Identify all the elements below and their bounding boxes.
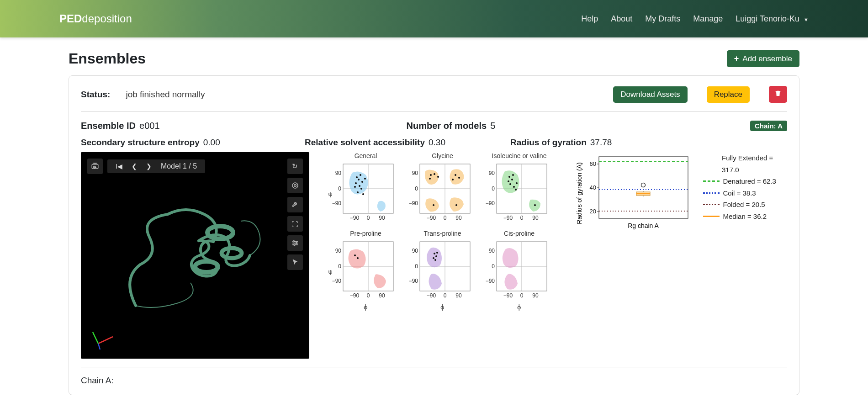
viewer-animate-button[interactable] <box>87 159 103 174</box>
svg-point-59 <box>508 180 509 182</box>
svg-point-20 <box>360 188 362 190</box>
svg-point-86 <box>436 252 438 254</box>
svg-point-3 <box>294 185 296 187</box>
svg-point-24 <box>354 186 356 188</box>
svg-point-37 <box>434 173 435 175</box>
status-value: job finished normally <box>126 90 205 100</box>
svg-point-2 <box>292 183 298 188</box>
svg-point-19 <box>359 185 360 187</box>
svg-point-61 <box>516 182 518 184</box>
nav-user-menu[interactable]: Luiggi Tenorio-Ku ▼ <box>736 14 809 24</box>
svg-text:0: 0 <box>415 263 418 270</box>
ramachandran-grid: General ψ 90 0 −90 −90 0 90 <box>329 152 556 311</box>
metrics-row: Secondary structure entropy 0.00 Relativ… <box>81 138 787 148</box>
phi-axis-label: ϕ <box>406 304 479 311</box>
rg-metric: Radius of gyration 37.78 <box>510 138 612 148</box>
svg-text:90: 90 <box>488 170 495 176</box>
rama-plot-isoleucine-or-valine: Isoleucine or valine 90 0 −90 −90 0 90 <box>483 152 556 227</box>
svg-point-55 <box>511 179 513 180</box>
svg-point-58 <box>515 189 517 191</box>
structure-viewer[interactable]: I◀ ❮ ❯ Model 1 / 5 ↻ ⛶ <box>81 152 309 359</box>
snapshot-icon[interactable] <box>287 178 303 193</box>
svg-text:−90: −90 <box>349 215 359 221</box>
svg-point-21 <box>357 191 359 193</box>
page-title: Ensembles <box>69 50 146 67</box>
svg-text:0: 0 <box>366 292 370 298</box>
svg-text:90: 90 <box>379 292 385 298</box>
delete-button[interactable] <box>769 86 787 103</box>
brand-logo[interactable]: PEDdeposition <box>59 12 132 25</box>
svg-point-87 <box>434 259 436 261</box>
add-ensemble-button[interactable]: + Add ensemble <box>727 50 799 67</box>
divider <box>81 367 787 367</box>
meta-row: Ensemble ID e001 Number of models 5 Chai… <box>81 121 787 131</box>
svg-point-84 <box>435 255 437 257</box>
svg-text:90: 90 <box>412 170 418 176</box>
first-model-icon[interactable]: I◀ <box>116 163 122 170</box>
svg-text:90: 90 <box>455 292 462 298</box>
settings-wrench-icon[interactable] <box>287 197 303 212</box>
psi-axis-label: ψ <box>328 191 333 197</box>
fullscreen-icon[interactable]: ⛶ <box>287 216 303 232</box>
leg-denatured: Denatured = 62.3 <box>723 175 776 187</box>
svg-point-83 <box>434 253 435 254</box>
status-label: Status: <box>81 90 110 100</box>
controls-icon[interactable] <box>287 235 303 251</box>
rg-section: Radius of gyration (Å) 60 40 20 <box>576 152 787 236</box>
svg-point-85 <box>433 257 434 259</box>
svg-point-18 <box>355 182 357 184</box>
svg-text:0: 0 <box>338 263 341 270</box>
trash-icon <box>774 90 782 99</box>
viewer-model-bar: I◀ ❮ ❯ Model 1 / 5 <box>107 159 205 173</box>
rama-title: Trans-proline <box>406 230 479 237</box>
svg-point-41 <box>452 179 454 180</box>
rama-plot-pre-proline: Pre-proline ψ 90 0 −90 −90 0 90 <box>329 230 402 311</box>
svg-point-5 <box>296 243 297 244</box>
download-assets-button[interactable]: Download Assets <box>613 86 687 103</box>
prev-model-icon[interactable]: ❮ <box>132 163 137 170</box>
svg-text:−90: −90 <box>426 292 436 298</box>
rsa-value: 0.30 <box>429 138 445 148</box>
line-median-icon <box>703 216 720 217</box>
entropy-label: Secondary structure entropy <box>81 138 200 148</box>
plus-icon: + <box>734 54 739 64</box>
cursor-icon[interactable] <box>287 254 303 270</box>
svg-point-38 <box>437 176 439 178</box>
chain-chip[interactable]: Chain: A <box>750 121 787 131</box>
svg-line-11 <box>93 332 98 344</box>
svg-point-57 <box>513 186 515 188</box>
svg-text:−90: −90 <box>503 215 513 221</box>
rg-ylabel: Radius of gyration (Å) <box>576 162 583 224</box>
leg-folded: Folded = 20.5 <box>723 199 765 211</box>
nav-about[interactable]: About <box>611 14 632 24</box>
replace-button[interactable]: Replace <box>707 86 750 103</box>
svg-text:0: 0 <box>492 263 495 270</box>
rg-ytick-40: 40 <box>589 184 596 191</box>
ensemble-id: Ensemble ID e001 <box>81 121 160 131</box>
ensemble-id-value: e001 <box>139 121 160 131</box>
svg-point-7 <box>207 226 233 239</box>
svg-point-8 <box>195 261 218 272</box>
svg-text:−90: −90 <box>332 278 341 284</box>
next-model-icon[interactable]: ❯ <box>146 163 152 170</box>
nav-my-drafts[interactable]: My Drafts <box>645 14 680 24</box>
nav-user-name: Luiggi Tenorio-Ku <box>736 14 799 23</box>
rama-plot-glycine: Glycine 90 0 −90 −90 0 90 <box>406 152 479 227</box>
svg-point-60 <box>512 174 514 176</box>
nav-manage[interactable]: Manage <box>693 14 723 24</box>
chain-a-label: Chain A: <box>81 376 787 390</box>
svg-point-43 <box>455 204 457 206</box>
svg-line-12 <box>98 344 100 349</box>
svg-text:90: 90 <box>412 248 418 254</box>
leg-median: Median = 36.2 <box>723 211 767 222</box>
svg-point-26 <box>364 178 366 180</box>
nav-help[interactable]: Help <box>581 14 598 24</box>
status-row: Status: job finished normally Download A… <box>81 86 787 111</box>
ensemble-card: Status: job finished normally Download A… <box>69 75 799 395</box>
rama-title: Glycine <box>406 152 479 159</box>
entropy-value: 0.00 <box>203 138 220 148</box>
reset-view-icon[interactable]: ↻ <box>287 159 303 174</box>
svg-point-25 <box>361 181 363 183</box>
number-of-models: Number of models 5 <box>407 121 496 131</box>
svg-text:0: 0 <box>520 215 523 221</box>
